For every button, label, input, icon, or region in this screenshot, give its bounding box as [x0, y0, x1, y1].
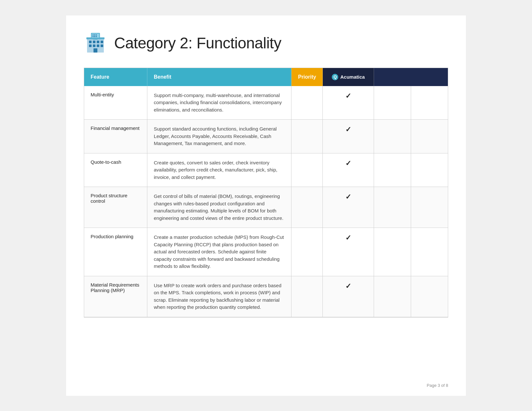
table-row: Multi-entity Support multi-company, mult… [84, 86, 448, 120]
priority-column-header: Priority [291, 68, 323, 86]
svg-rect-6 [89, 44, 92, 47]
priority-cell [291, 228, 323, 276]
benefit-cell: Use MRP to create work orders and purcha… [147, 276, 291, 317]
table-row: Quote-to-cash Create quotes, convert to … [84, 153, 448, 187]
acumatica-label: Acumatica [340, 74, 365, 80]
blank-column-1-header [374, 68, 411, 86]
svg-rect-7 [93, 44, 95, 47]
blank-column-2-header [411, 68, 448, 86]
priority-cell [291, 153, 323, 187]
svg-rect-14 [93, 34, 94, 35]
svg-rect-2 [89, 41, 92, 43]
svg-rect-19 [96, 36, 97, 37]
blank-cell-2 [411, 120, 448, 153]
svg-rect-3 [93, 41, 95, 43]
acumatica-cell: ✓ [323, 120, 374, 153]
blank-cell-1 [374, 86, 411, 120]
benefit-cell: Create quotes, convert to sales order, c… [147, 153, 291, 187]
benefit-cell: Support multi-company, multi-warehouse, … [147, 86, 291, 120]
acumatica-logo: Q Acumatica [329, 74, 367, 80]
checkmark-icon: ✓ [345, 234, 351, 242]
feature-cell: Product structure control [84, 187, 147, 228]
checkmark-icon: ✓ [345, 282, 351, 290]
benefit-cell: Get control of bills of material (BOM), … [147, 187, 291, 228]
table-body: Multi-entity Support multi-company, mult… [84, 86, 448, 317]
checkmark-icon: ✓ [345, 92, 351, 100]
blank-cell-2 [411, 187, 448, 228]
table-header: Feature Benefit Priority Q Acumatica [84, 68, 448, 86]
svg-rect-8 [97, 44, 99, 47]
svg-rect-12 [92, 34, 99, 38]
acumatica-cell: ✓ [323, 86, 374, 120]
table-row: Financial management Support standard ac… [84, 120, 448, 153]
svg-rect-13 [93, 39, 98, 40]
table-row: Product structure control Get control of… [84, 187, 448, 228]
table-row: Material Requirements Planning (MRP) Use… [84, 276, 448, 317]
features-table: Feature Benefit Priority Q Acumatica [84, 68, 448, 318]
benefit-column-header: Benefit [147, 68, 291, 86]
blank-cell-2 [411, 86, 448, 120]
acumatica-cell: ✓ [323, 228, 374, 276]
acumatica-cell: ✓ [323, 276, 374, 317]
checkmark-icon: ✓ [345, 125, 351, 133]
blank-cell-2 [411, 153, 448, 187]
checkmark-icon: ✓ [345, 193, 351, 201]
blank-cell-1 [374, 120, 411, 153]
blank-cell-1 [374, 228, 411, 276]
page-title: Category 2: Functionality [114, 34, 281, 52]
feature-cell: Material Requirements Planning (MRP) [84, 276, 147, 317]
feature-cell: Quote-to-cash [84, 153, 147, 187]
priority-cell [291, 86, 323, 120]
acumatica-cell: ✓ [323, 187, 374, 228]
priority-cell [291, 187, 323, 228]
building-icon [84, 32, 107, 55]
blank-cell-2 [411, 276, 448, 317]
svg-rect-18 [94, 36, 95, 37]
svg-rect-9 [101, 44, 103, 47]
blank-cell-1 [374, 276, 411, 317]
page-header: Category 2: Functionality [84, 32, 448, 55]
priority-cell [291, 120, 323, 153]
table-row: Production planning Create a master prod… [84, 228, 448, 276]
feature-column-header: Feature [84, 68, 147, 86]
svg-rect-5 [101, 41, 103, 43]
priority-cell [291, 276, 323, 317]
benefit-cell: Support standard accounting functions, i… [147, 120, 291, 153]
feature-cell: Production planning [84, 228, 147, 276]
svg-rect-17 [93, 36, 94, 37]
svg-rect-4 [97, 41, 99, 43]
svg-rect-10 [94, 48, 97, 53]
page: Category 2: Functionality Feature Benefi… [66, 15, 466, 396]
svg-rect-16 [96, 34, 97, 35]
acumatica-q-icon: Q [332, 74, 338, 80]
acumatica-cell: ✓ [323, 153, 374, 187]
page-number: Page 3 of 8 [427, 383, 448, 388]
svg-rect-15 [94, 34, 95, 35]
checkmark-icon: ✓ [345, 159, 351, 167]
feature-cell: Financial management [84, 120, 147, 153]
benefit-cell: Create a master production schedule (MPS… [147, 228, 291, 276]
blank-cell-1 [374, 187, 411, 228]
feature-cell: Multi-entity [84, 86, 147, 120]
blank-cell-2 [411, 228, 448, 276]
blank-cell-1 [374, 153, 411, 187]
acumatica-column-header: Q Acumatica [323, 68, 374, 86]
